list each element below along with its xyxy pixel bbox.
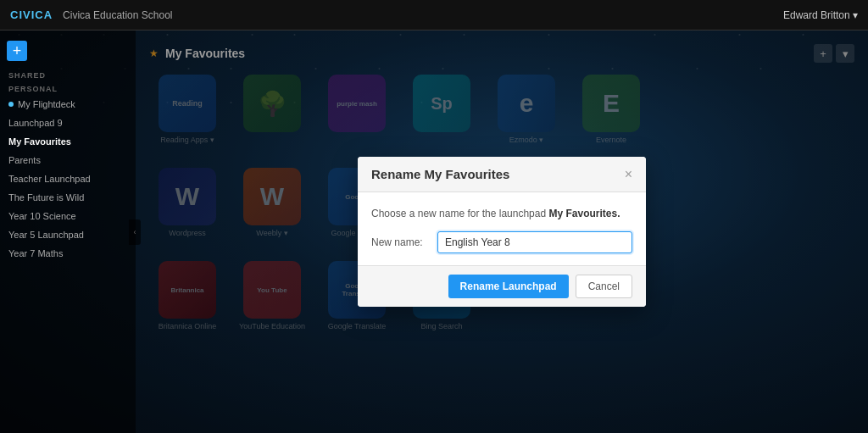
sidebar-item-parents[interactable]: Parents	[0, 151, 136, 169]
sidebar-item-my-flightdeck[interactable]: My Flightdeck	[0, 95, 136, 114]
sidebar-item-my-favourites[interactable]: My Favourites	[0, 132, 136, 151]
sidebar-item-label: Year 10 Science	[8, 211, 76, 221]
dialog-form-row: New name:	[371, 231, 632, 253]
sidebar-item-label: The Future is Wild	[8, 192, 84, 203]
sidebar: + SHARED PERSONAL My Flightdeck Launchpa…	[0, 31, 136, 433]
user-menu[interactable]: Edward Britton ▾	[783, 9, 858, 21]
cancel-button[interactable]: Cancel	[576, 275, 632, 298]
dialog-description: Choose a new name for the launchpad My F…	[371, 208, 632, 219]
dialog-title: Rename My Favourites	[371, 167, 509, 181]
layout: + SHARED PERSONAL My Flightdeck Launchpa…	[0, 31, 868, 433]
sidebar-item-teacher-launchpad[interactable]: Teacher Launchpad	[0, 169, 136, 188]
active-dot	[8, 102, 14, 107]
dialog-footer: Rename Launchpad Cancel	[358, 265, 646, 307]
sidebar-item-label: Teacher Launchpad	[8, 174, 91, 184]
sidebar-item-label: Launchpad 9	[8, 118, 63, 128]
rename-dialog: Rename My Favourites × Choose a new name…	[358, 157, 646, 307]
description-bold: My Favourites.	[548, 208, 620, 219]
add-launchpad-button[interactable]: +	[7, 41, 27, 61]
dialog-body: Choose a new name for the launchpad My F…	[358, 192, 646, 265]
rename-launchpad-button[interactable]: Rename Launchpad	[448, 275, 569, 298]
dialog-overlay: Rename My Favourites × Choose a new name…	[136, 31, 868, 433]
sidebar-item-label: My Flightdeck	[18, 99, 75, 109]
topbar: CIVICA Civica Education School Edward Br…	[0, 0, 868, 31]
sidebar-item-year-7-maths[interactable]: Year 7 Maths	[0, 244, 136, 263]
sidebar-item-label: Parents	[8, 155, 41, 165]
shared-section-label: SHARED	[0, 68, 136, 81]
sidebar-item-future-is-wild[interactable]: The Future is Wild	[0, 188, 136, 207]
sidebar-item-label: Year 5 Launchpad	[8, 230, 84, 240]
school-name: Civica Education School	[63, 9, 172, 21]
sidebar-item-year-5-launchpad[interactable]: Year 5 Launchpad	[0, 225, 136, 244]
description-prefix: Choose a new name for the launchpad	[371, 208, 548, 219]
main-content: ★ My Favourites + ▾ Reading Reading Apps…	[136, 31, 868, 433]
sidebar-item-year-10-science[interactable]: Year 10 Science	[0, 207, 136, 225]
personal-section-label: PERSONAL	[0, 81, 136, 95]
new-name-input[interactable]	[437, 231, 632, 253]
sidebar-item-launchpad-9[interactable]: Launchpad 9	[0, 114, 136, 132]
sidebar-item-label: Year 7 Maths	[8, 248, 63, 258]
dialog-header: Rename My Favourites ×	[358, 157, 646, 192]
sidebar-item-label: My Favourites	[8, 136, 71, 147]
logo: CIVICA	[10, 8, 53, 21]
close-button[interactable]: ×	[625, 168, 632, 181]
new-name-label: New name:	[371, 236, 431, 248]
